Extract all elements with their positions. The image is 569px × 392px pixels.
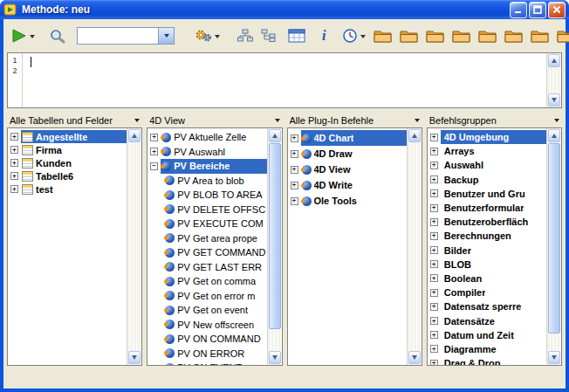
expand-box-icon[interactable]: + bbox=[430, 148, 438, 155]
expand-box-icon[interactable]: + bbox=[10, 146, 18, 154]
scrollbar-track[interactable] bbox=[128, 143, 141, 350]
tree-item-label[interactable]: PV Aktuelle Zelle bbox=[174, 132, 246, 142]
pane-header-dropdown-icon[interactable] bbox=[554, 119, 559, 125]
expand-box-icon[interactable]: + bbox=[10, 185, 18, 193]
tree-item[interactable]: +4D Write bbox=[288, 177, 407, 193]
tree-item-label[interactable]: test bbox=[36, 184, 53, 195]
expand-box-icon[interactable]: + bbox=[430, 289, 438, 297]
scroll-up-button[interactable] bbox=[408, 129, 421, 142]
tree-item[interactable]: PV ON COMMAND bbox=[147, 332, 266, 347]
tree-item-label[interactable]: PV EXECUTE COM bbox=[177, 218, 263, 229]
tree-item[interactable]: +Kunden bbox=[8, 156, 127, 169]
tree-item-label[interactable]: BLOB bbox=[444, 259, 471, 270]
expand-box-icon[interactable]: + bbox=[430, 246, 438, 254]
tree-item-label[interactable]: PV GET COMMAND bbox=[177, 247, 265, 258]
scroll-down-button[interactable] bbox=[128, 351, 141, 364]
tree-item[interactable]: PV Get on event bbox=[147, 303, 266, 318]
combo-dropdown-button[interactable] bbox=[158, 28, 174, 44]
tree-item-label[interactable]: PV Get on event bbox=[177, 305, 248, 315]
tree-item[interactable]: +4D Draw bbox=[288, 146, 407, 162]
expand-box-icon[interactable]: + bbox=[430, 175, 438, 183]
tree-item-label[interactable]: 4D Chart bbox=[314, 133, 354, 143]
expand-box-icon[interactable]: + bbox=[430, 303, 438, 311]
expand-box-icon[interactable]: + bbox=[430, 218, 438, 226]
tree-item[interactable]: +PV Aktuelle Zelle bbox=[147, 130, 266, 145]
expand-box-icon[interactable]: + bbox=[291, 134, 298, 142]
tree-item[interactable]: +Benutzer und Gru bbox=[428, 187, 546, 201]
editor-scrollbar[interactable] bbox=[546, 53, 561, 107]
tree-item-label[interactable]: PV Area to blob bbox=[177, 175, 243, 186]
scrollbar-thumb[interactable] bbox=[548, 143, 560, 334]
tree-item[interactable]: +Berechnungen bbox=[428, 229, 546, 243]
pane-scrollbar[interactable] bbox=[407, 128, 422, 365]
tree-item[interactable]: PV Area to blob bbox=[147, 174, 266, 189]
expand-box-icon[interactable]: + bbox=[430, 232, 438, 240]
tree-item-label[interactable]: PV Get on error m bbox=[177, 291, 255, 301]
tree-item-label[interactable]: Datum und Zeit bbox=[444, 330, 514, 340]
expand-box-icon[interactable]: + bbox=[10, 133, 18, 141]
tree-item-label[interactable]: 4D Umgebung bbox=[444, 132, 510, 142]
tree-item-label[interactable]: 4D Write bbox=[314, 180, 353, 190]
code-text-area[interactable] bbox=[23, 53, 546, 107]
tree-item-label[interactable]: Tabelle6 bbox=[36, 171, 73, 182]
tree-item-label[interactable]: PV Get area prope bbox=[177, 233, 257, 244]
tree-item[interactable]: +Drag & Drop bbox=[428, 356, 546, 365]
clipboard-folder-icon[interactable] bbox=[450, 27, 472, 45]
tree-item[interactable]: PV GET LAST ERR bbox=[147, 260, 266, 275]
tree-item[interactable]: PV Get on comma bbox=[147, 274, 266, 289]
tree-item[interactable]: PV Get on error m bbox=[147, 289, 266, 304]
structure-view-button[interactable] bbox=[236, 27, 255, 45]
tree-item[interactable]: +4D View bbox=[288, 162, 407, 177]
tree-item[interactable]: PV New offscreen bbox=[147, 318, 266, 333]
scroll-down-button[interactable] bbox=[408, 351, 421, 364]
tree-item-label[interactable]: Backup bbox=[444, 175, 479, 185]
table-grid-button[interactable] bbox=[286, 27, 307, 45]
scroll-down-button[interactable] bbox=[269, 351, 281, 364]
run-method-button[interactable] bbox=[9, 26, 37, 45]
tree-item-label[interactable]: Datensätze bbox=[444, 316, 495, 327]
scroll-up-button[interactable] bbox=[548, 129, 560, 142]
scrollbar-track[interactable] bbox=[408, 143, 421, 350]
scroll-up-button[interactable] bbox=[269, 129, 281, 142]
tree-item-label[interactable]: Auswahl bbox=[444, 160, 483, 170]
tree-item[interactable]: +BLOB bbox=[428, 258, 546, 272]
tree-item[interactable]: PV ON ERROR bbox=[147, 347, 266, 361]
pane-header-dropdown-icon[interactable] bbox=[134, 119, 140, 125]
search-button[interactable] bbox=[47, 26, 68, 45]
expand-box-icon[interactable]: + bbox=[430, 360, 438, 365]
hierarchy-view-button[interactable] bbox=[259, 27, 278, 45]
tree-item[interactable]: +Backup bbox=[428, 173, 546, 187]
expand-box-icon[interactable]: + bbox=[430, 189, 438, 197]
tree-item[interactable]: +Firma bbox=[8, 143, 127, 156]
tree-item[interactable]: −PV Bereiche bbox=[147, 159, 266, 174]
tree-item[interactable]: PV Get area prope bbox=[147, 231, 266, 246]
expand-box-icon[interactable]: + bbox=[291, 197, 298, 205]
tree-item[interactable]: +PV Auswahl bbox=[147, 145, 266, 160]
tree-item[interactable]: +Bilder bbox=[428, 244, 546, 258]
tree-item-label[interactable]: PV BLOB TO AREA bbox=[177, 189, 262, 200]
scrollbar-track[interactable] bbox=[548, 68, 560, 93]
clipboard-folder-icon[interactable] bbox=[503, 27, 524, 45]
tree-item-label[interactable]: Benutzer und Gru bbox=[444, 189, 525, 199]
macro-combo-input[interactable] bbox=[78, 28, 158, 44]
tree-item-label[interactable]: Diagramme bbox=[444, 344, 497, 354]
tree-item-label[interactable]: Drag & Drop bbox=[444, 358, 501, 365]
tree-item-label[interactable]: Datensatz sperre bbox=[444, 301, 522, 312]
pane-scrollbar[interactable] bbox=[127, 128, 141, 365]
scrollbar-thumb[interactable] bbox=[269, 143, 281, 329]
expand-box-icon[interactable]: + bbox=[430, 204, 438, 212]
expand-box-icon[interactable]: + bbox=[10, 159, 18, 167]
tree-item[interactable]: +4D Chart bbox=[288, 130, 407, 146]
tree-item-label[interactable]: Benutzerformular bbox=[444, 203, 524, 213]
tree-item[interactable]: +Boolean bbox=[428, 272, 546, 285]
expand-box-icon[interactable]: + bbox=[430, 317, 438, 325]
expand-box-icon[interactable]: + bbox=[430, 134, 438, 141]
tree-item-label[interactable]: Benutzeroberfläch bbox=[444, 217, 529, 227]
clipboard-folder-icon[interactable] bbox=[398, 27, 420, 45]
tree-item-label[interactable]: Kunden bbox=[36, 158, 72, 168]
pane-scrollbar[interactable] bbox=[267, 128, 282, 365]
tree-item[interactable]: +Datensatz sperre bbox=[428, 299, 546, 313]
clipboard-folder-icon[interactable] bbox=[372, 27, 394, 45]
tree-item[interactable]: PV BLOB TO AREA bbox=[147, 188, 266, 203]
tree-item[interactable]: +test bbox=[8, 182, 127, 196]
